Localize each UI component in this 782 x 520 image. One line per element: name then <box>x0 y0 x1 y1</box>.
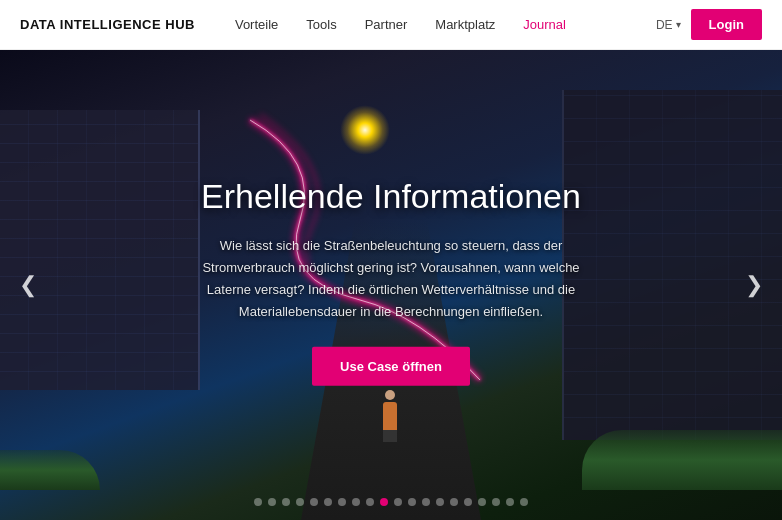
hero-description: Wie lässt sich die Straßenbeleuchtung so… <box>201 235 581 323</box>
main-nav: Vorteile Tools Partner Marktplatz Journa… <box>235 17 656 32</box>
hero-title: Erhellende Informationen <box>151 176 631 217</box>
next-arrow[interactable]: ❯ <box>736 267 772 303</box>
dot-1[interactable] <box>254 498 262 506</box>
nav-journal[interactable]: Journal <box>523 17 566 32</box>
person-figure <box>381 390 399 440</box>
lang-label: DE <box>656 18 673 32</box>
slide-dots <box>254 498 528 506</box>
dot-11[interactable] <box>394 498 402 506</box>
dot-8[interactable] <box>352 498 360 506</box>
dot-7[interactable] <box>338 498 346 506</box>
login-button[interactable]: Login <box>691 9 762 40</box>
dot-12[interactable] <box>408 498 416 506</box>
figure-head <box>385 390 395 400</box>
dot-5[interactable] <box>310 498 318 506</box>
hero-content: Erhellende Informationen Wie lässt sich … <box>151 176 631 386</box>
logo: DATA INTELLIGENCE HUB <box>20 17 195 32</box>
cta-button[interactable]: Use Case öffnen <box>312 347 470 386</box>
greenery-right <box>582 430 782 490</box>
figure-legs <box>383 430 397 442</box>
dot-13[interactable] <box>422 498 430 506</box>
dot-2[interactable] <box>268 498 276 506</box>
dot-20[interactable] <box>520 498 528 506</box>
dot-4[interactable] <box>296 498 304 506</box>
dot-19[interactable] <box>506 498 514 506</box>
dot-9[interactable] <box>366 498 374 506</box>
hero-section: Erhellende Informationen Wie lässt sich … <box>0 50 782 520</box>
dot-3[interactable] <box>282 498 290 506</box>
dot-6[interactable] <box>324 498 332 506</box>
nav-tools[interactable]: Tools <box>306 17 336 32</box>
dot-15[interactable] <box>450 498 458 506</box>
chevron-down-icon: ▾ <box>676 19 681 30</box>
dot-14[interactable] <box>436 498 444 506</box>
header-right: DE ▾ Login <box>656 9 762 40</box>
nav-partner[interactable]: Partner <box>365 17 408 32</box>
dot-18[interactable] <box>492 498 500 506</box>
dot-17[interactable] <box>478 498 486 506</box>
figure-body <box>383 402 397 430</box>
nav-vorteile[interactable]: Vorteile <box>235 17 278 32</box>
language-selector[interactable]: DE ▾ <box>656 18 681 32</box>
header: DATA INTELLIGENCE HUB Vorteile Tools Par… <box>0 0 782 50</box>
dot-10[interactable] <box>380 498 388 506</box>
nav-marktplatz[interactable]: Marktplatz <box>435 17 495 32</box>
dot-16[interactable] <box>464 498 472 506</box>
prev-arrow[interactable]: ❮ <box>10 267 46 303</box>
